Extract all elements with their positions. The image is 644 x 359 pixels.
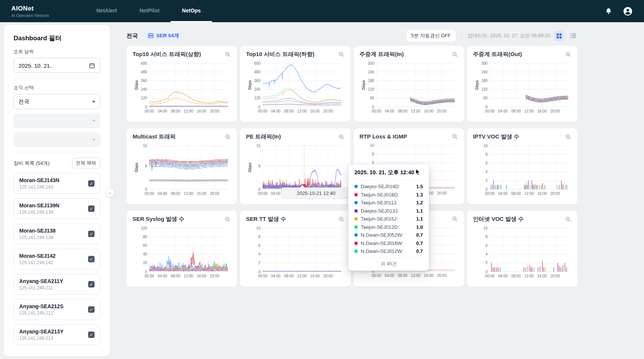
device-checkbox[interactable] — [88, 306, 95, 313]
pe-time-tooltip: 2025-10-21 12:40 — [281, 187, 351, 199]
svg-text:0: 0 — [485, 187, 488, 192]
calendar-icon[interactable] — [89, 62, 95, 69]
svg-text:60: 60 — [370, 96, 374, 100]
svg-text:00:00: 00:00 — [372, 109, 381, 113]
svg-text:20:00: 20:00 — [437, 109, 446, 113]
tooltip-device-name: Taejun-SEJ016D: — [361, 192, 413, 198]
svg-text:04:00: 04:00 — [271, 109, 281, 113]
svg-text:12:00: 12:00 — [184, 274, 193, 278]
zoom-in-icon[interactable] — [452, 134, 458, 140]
tooltip-value: 1.5 — [416, 184, 423, 189]
dashboard-header: 전국 SER 54개 5분 자동갱신 OFF 업데이트: 2025. 10. 2… — [127, 29, 578, 42]
device-checkbox[interactable] — [88, 332, 95, 338]
chart-canvas: 158000:0004:0008:0012:0016:0020:00Gbps — [133, 142, 231, 199]
auto-refresh-button[interactable]: 5분 자동갱신 OFF — [406, 29, 456, 42]
svg-text:16:00: 16:00 — [197, 109, 206, 113]
svg-text:00:00: 00:00 — [258, 192, 267, 196]
chart-card-ser-tt: SER TT 발생 수 108642000:0004:0008:0012:001… — [240, 211, 350, 287]
zoom-in-icon[interactable] — [452, 52, 458, 58]
tooltip-value: 1.0 — [416, 224, 423, 230]
grid-view-button[interactable] — [554, 31, 564, 41]
series-color-dot — [354, 249, 358, 253]
svg-text:0: 0 — [145, 187, 147, 192]
netops-dashboard-page: AIONet AI Operation Network NetAlert Net… — [0, 0, 644, 359]
svg-text:00:00: 00:00 — [485, 109, 494, 113]
device-item[interactable]: Moran-SEJ138 125.141.249.138 — [14, 224, 100, 244]
tooltip-device-name: Taejun-SEJ011J: — [361, 200, 413, 205]
svg-text:Gbps: Gbps — [361, 80, 365, 90]
svg-text:04:00: 04:00 — [158, 109, 167, 113]
svg-text:120: 120 — [368, 87, 374, 91]
zoom-in-icon[interactable] — [339, 134, 345, 140]
svg-text:300: 300 — [368, 61, 374, 65]
date-input[interactable]: 2025. 10. 21. — [14, 58, 100, 73]
device-name: Moran-SEJ142 — [19, 253, 55, 259]
tooltip-value: 0.7 — [416, 232, 423, 238]
svg-text:12:00: 12:00 — [184, 109, 193, 113]
zoom-in-icon[interactable] — [339, 52, 345, 58]
svg-text:480: 480 — [141, 70, 147, 74]
svg-text:2: 2 — [485, 178, 488, 183]
device-item[interactable]: Moran-SEJ142 125.141.249.142 — [14, 249, 100, 269]
device-item[interactable]: Anyang-SEA213Y 125.141.249.213 — [14, 324, 100, 345]
tooltip-row: N.Gwan-SEJ012W:0.7 — [354, 247, 423, 256]
svg-text:0: 0 — [145, 270, 147, 274]
user-avatar-button[interactable] — [623, 6, 633, 16]
zoom-in-icon[interactable] — [225, 134, 231, 140]
svg-text:8: 8 — [372, 152, 374, 156]
device-checkbox[interactable] — [88, 205, 95, 212]
device-item[interactable]: Moran-SEJ143N 125.141.249.143 — [14, 173, 100, 194]
sidebar-collapse-button[interactable]: ‹ — [105, 188, 115, 198]
tab-netpilot[interactable]: NetPilot — [128, 0, 171, 22]
svg-text:20: 20 — [143, 261, 148, 265]
brand-subtitle: AI Operation Network — [11, 13, 72, 18]
ser-count-badge[interactable]: SER 54개 — [144, 30, 183, 41]
zoom-in-icon[interactable] — [225, 216, 231, 222]
svg-text:8: 8 — [145, 164, 147, 168]
zoom-in-icon[interactable] — [452, 216, 458, 222]
zoom-in-icon[interactable] — [225, 52, 231, 58]
svg-text:600: 600 — [141, 61, 147, 65]
svg-text:8: 8 — [258, 164, 261, 168]
device-checkbox[interactable] — [88, 180, 95, 187]
zoom-in-icon[interactable] — [565, 216, 571, 222]
caret-down-icon — [92, 120, 95, 122]
tab-netops[interactable]: NetOps — [171, 0, 212, 22]
device-checkbox[interactable] — [88, 281, 95, 288]
svg-text:6: 6 — [258, 243, 261, 248]
chart-card-internet-voc: 인터넷 VOC 발생 수 108642000:0004:0008:0012:00… — [467, 211, 577, 287]
zoom-in-icon[interactable] — [565, 52, 571, 58]
update-timestamp: 업데이트: 2025. 10. 27. 오전 05:09:25 — [461, 32, 550, 39]
svg-text:00:00: 00:00 — [485, 192, 494, 196]
chart-canvas: 30024018012060000:0004:0008:0012:0016:00… — [473, 59, 571, 117]
zoom-in-icon[interactable] — [339, 216, 345, 222]
data-tooltip: 2025. 10. 21. 오후 12:40 Daejeo-SEJ014D:1.… — [348, 164, 429, 271]
svg-text:Gbps: Gbps — [475, 80, 479, 90]
nav-actions — [605, 6, 633, 16]
device-ip: 125.141.249.139 — [19, 210, 60, 215]
device-checkbox[interactable] — [88, 256, 95, 262]
device-item[interactable]: Anyang-SEA212S 125.141.249.212 — [14, 299, 100, 320]
chart-title: 인터넷 VOC 발생 수 — [473, 216, 524, 223]
device-ip: 125.141.249.143 — [19, 184, 60, 190]
chart-title: SER TT 발생 수 — [246, 216, 286, 223]
svg-text:04:00: 04:00 — [385, 109, 394, 113]
tab-netalert[interactable]: NetAlert — [85, 0, 128, 22]
device-item[interactable]: Anyang-SEA211Y 125.141.249.211 — [14, 274, 100, 295]
list-view-button[interactable] — [568, 31, 578, 41]
device-checkbox[interactable] — [88, 231, 95, 237]
zoom-in-icon[interactable] — [565, 134, 571, 140]
chart-card-trunk-in: 주중계 트래픽(In) 30024018012060000:0004:0008:… — [354, 46, 464, 122]
svg-text:04:00: 04:00 — [498, 274, 508, 278]
series-color-dot — [354, 242, 358, 245]
device-item[interactable]: Moran-SEJ139N 125.141.249.139 — [14, 198, 100, 219]
chart-canvas: 600480360240120000:0004:0008:0012:0016:0… — [133, 59, 231, 117]
bell-icon[interactable] — [605, 7, 612, 15]
svg-text:60: 60 — [483, 96, 488, 100]
deselect-all-button[interactable]: 전체 해제 — [72, 158, 100, 169]
device-ip: 125.141.249.138 — [19, 235, 55, 240]
svg-text:12:00: 12:00 — [184, 192, 193, 196]
chart-title: PE 트래픽(In) — [246, 133, 281, 140]
svg-text:00:00: 00:00 — [145, 274, 154, 278]
org-select[interactable]: 전국 — [14, 94, 100, 109]
